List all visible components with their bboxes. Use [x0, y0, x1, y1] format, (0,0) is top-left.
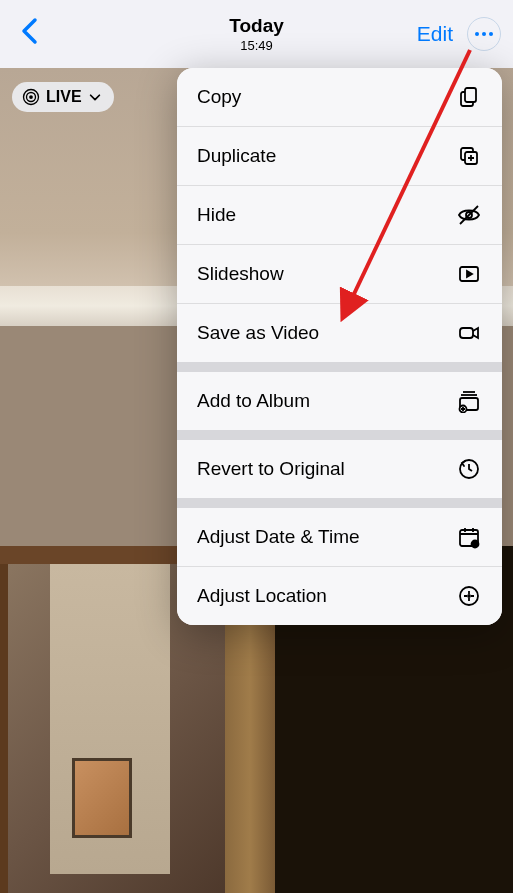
menu-label: Add to Album	[197, 390, 310, 412]
menu-label: Adjust Location	[197, 585, 327, 607]
svg-line-6	[460, 206, 478, 224]
header-title-area: Today 15:49	[229, 15, 284, 53]
menu-item-revert[interactable]: Revert to Original	[177, 440, 502, 498]
menu-item-duplicate[interactable]: Duplicate	[177, 127, 502, 186]
menu-label: Copy	[197, 86, 241, 108]
header: Today 15:49 Edit	[0, 0, 513, 68]
calendar-icon	[456, 524, 482, 550]
menu-item-slideshow[interactable]: Slideshow	[177, 245, 502, 304]
menu-item-adjust-datetime[interactable]: Adjust Date & Time	[177, 508, 502, 567]
album-icon	[456, 388, 482, 414]
svg-point-20	[468, 595, 470, 597]
menu-label: Save as Video	[197, 322, 319, 344]
svg-rect-3	[465, 88, 476, 102]
menu-item-add-to-album[interactable]: Add to Album	[177, 372, 502, 430]
edit-button[interactable]: Edit	[417, 22, 453, 46]
menu-label: Duplicate	[197, 145, 276, 167]
more-button[interactable]	[467, 17, 501, 51]
menu-item-copy[interactable]: Copy	[177, 68, 502, 127]
menu-item-save-as-video[interactable]: Save as Video	[177, 304, 502, 362]
menu-label: Revert to Original	[197, 458, 345, 480]
live-icon	[22, 88, 40, 106]
duplicate-icon	[456, 143, 482, 169]
context-menu: Copy Duplicate Hide	[177, 68, 502, 625]
menu-label: Adjust Date & Time	[197, 526, 360, 548]
copy-icon	[456, 84, 482, 110]
page-title: Today	[229, 15, 284, 38]
page-time: 15:49	[229, 38, 284, 54]
svg-rect-8	[460, 328, 473, 338]
menu-label: Hide	[197, 204, 236, 226]
hide-icon	[456, 202, 482, 228]
menu-item-hide[interactable]: Hide	[177, 186, 502, 245]
video-icon	[456, 320, 482, 346]
live-badge[interactable]: LIVE	[12, 82, 114, 112]
menu-item-adjust-location[interactable]: Adjust Location	[177, 567, 502, 625]
svg-point-18	[472, 541, 479, 548]
more-icon	[475, 32, 493, 36]
live-label: LIVE	[46, 88, 82, 106]
back-button[interactable]	[12, 12, 46, 57]
slideshow-icon	[456, 261, 482, 287]
location-icon	[456, 583, 482, 609]
menu-label: Slideshow	[197, 263, 284, 285]
chevron-down-icon	[88, 90, 102, 104]
svg-point-2	[29, 95, 33, 99]
revert-icon	[456, 456, 482, 482]
